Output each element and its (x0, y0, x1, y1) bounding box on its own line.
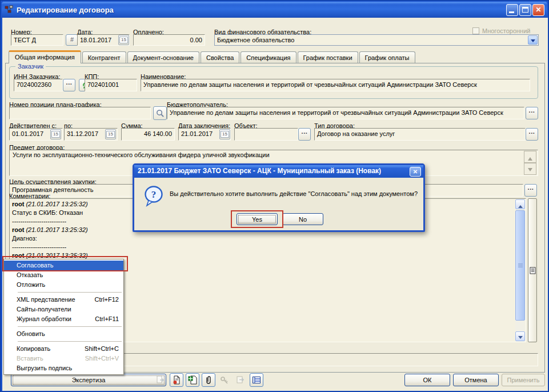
minimize-button[interactable] (506, 4, 518, 16)
menu-item-label: Согласовать (17, 261, 53, 270)
yes-button[interactable]: Yes (237, 213, 278, 225)
comments-side-button[interactable] (528, 198, 537, 342)
plan-position-field[interactable] (9, 107, 151, 119)
title-bar[interactable]: Редактирование договора ✕ (2, 2, 547, 18)
scrollbar-thumb[interactable] (515, 210, 525, 321)
date-calendar-button[interactable]: 15 (118, 35, 129, 45)
menu-item-shortcut: Shift+Ctrl+C (85, 344, 119, 354)
calendar-icon: 15 (51, 131, 60, 138)
menu-item[interactable]: Журнал обработкиCtrl+F11 (4, 314, 123, 324)
scroll-down-icon[interactable] (515, 331, 525, 341)
export-document-icon (156, 375, 165, 385)
tab-1[interactable]: Общая информация (9, 50, 81, 63)
scroll-up-icon[interactable] (524, 151, 536, 163)
tab-4[interactable]: Свойства (201, 51, 239, 63)
menu-separator (18, 341, 122, 342)
chevron-down-icon[interactable] (528, 35, 538, 45)
expertise-button[interactable]: Экспертиза (11, 374, 166, 386)
ellipsis-icon: ··· (529, 130, 535, 137)
close-icon: ✕ (535, 6, 541, 14)
question-icon: ? (143, 186, 164, 207)
stamped-document-button[interactable] (170, 373, 183, 387)
inn-field[interactable]: 7024002360 (14, 79, 63, 91)
document-icon (530, 267, 536, 274)
table-view-button[interactable] (250, 373, 263, 387)
menu-separator (18, 326, 122, 327)
menu-item[interactable]: КопироватьShift+Ctrl+C (4, 344, 123, 354)
tab-3[interactable]: Документ-основание (127, 51, 199, 63)
multilateral-checkbox[interactable] (472, 27, 479, 34)
close-icon: ✕ (413, 169, 418, 175)
paid-field: 0.00 (133, 34, 205, 46)
scroll-up-icon[interactable] (515, 199, 525, 209)
menu-item[interactable]: XML представлениеCtrl+F12 (4, 295, 123, 305)
menu-item[interactable]: Выгрузить подпись (4, 363, 123, 373)
ellipsis-icon: ··· (529, 109, 535, 115)
comments-scrollbar[interactable] (515, 199, 525, 341)
contract-type-field[interactable]: Договор на оказание услуг (314, 128, 526, 141)
export-document-button[interactable] (154, 373, 167, 387)
fin-obligation-select[interactable]: Бюджетное обязательство (214, 34, 539, 46)
menu-item-shortcut: Shift+Ctrl+V (85, 354, 119, 363)
menu-item[interactable]: Обновить (4, 329, 123, 339)
inn-lookup-button[interactable]: ··· (63, 79, 75, 91)
dialog-message: Вы действительно хотите выполнить действ… (170, 190, 421, 197)
dialog-title-bar[interactable]: 21.01.2017 Бюджет ЗАТО Северск - АЦК - М… (134, 165, 423, 178)
amount-field: 46 140.00 (121, 128, 175, 141)
svg-text:?: ? (151, 189, 157, 200)
menu-item-label: Журнал обработки (17, 314, 71, 324)
maximize-button[interactable] (519, 4, 531, 16)
contract-type-lookup-button[interactable]: ··· (526, 128, 538, 141)
calendar-icon: 15 (221, 131, 229, 138)
menu-item-shortcut: Ctrl+F11 (95, 314, 119, 324)
window-title: Редактирование договора (17, 6, 505, 14)
valid-from-calendar-button[interactable]: 15 (50, 129, 61, 139)
close-button[interactable]: ✕ (532, 4, 544, 16)
comment-separator: -------------------------- (12, 243, 514, 251)
object-field[interactable] (234, 128, 298, 141)
subject-text: Услуги по эксплуатационно-технического о… (13, 151, 270, 158)
menu-item-label: Отложить (17, 280, 45, 290)
tab-2[interactable]: Контрагент (82, 51, 126, 63)
excel-export-button[interactable] (186, 373, 199, 387)
cancel-button[interactable]: Отмена (453, 374, 499, 386)
dialog-close-button[interactable]: ✕ (410, 167, 421, 177)
menu-item-label: XML представление (17, 295, 75, 305)
kpp-field: 702401001 (85, 79, 137, 91)
menu-item[interactable]: Согласовать (4, 261, 123, 270)
conclusion-calendar-button[interactable]: 15 (219, 129, 230, 139)
recipient-lookup-button[interactable]: ··· (526, 107, 538, 119)
object-lookup-button[interactable]: ··· (298, 128, 311, 141)
menu-item[interactable]: Отложить (4, 280, 123, 290)
paperclip-icon (204, 375, 213, 385)
ok-button[interactable]: ОК (404, 374, 450, 386)
attachments-button[interactable] (202, 373, 215, 387)
context-menu: СогласоватьОтказатьОтложитьXML представл… (3, 259, 124, 375)
purpose-lookup-button[interactable]: ··· (524, 184, 537, 197)
ellipsis-icon: ··· (66, 81, 73, 87)
tab-7[interactable]: График оплаты (359, 51, 415, 63)
menu-item-shortcut: Ctrl+F12 (95, 295, 119, 305)
tab-5[interactable]: Спецификация (241, 51, 296, 63)
menu-item: ВставитьShift+Ctrl+V (4, 354, 123, 363)
valid-to-calendar-button[interactable]: 15 (105, 129, 116, 139)
menu-item-label: Отказать (17, 270, 43, 280)
scroll-down-icon[interactable] (524, 163, 536, 175)
no-button[interactable]: No (282, 213, 323, 225)
menu-item[interactable]: Отказать (4, 270, 123, 280)
number-field[interactable]: ТЕСТ Д (11, 34, 63, 46)
forward-document-button[interactable] (234, 373, 247, 387)
key-icon (220, 375, 229, 385)
recipient-field: Управление по делам защиты населения и т… (167, 107, 524, 119)
apply-button[interactable]: Применить (502, 374, 545, 386)
tab-6[interactable]: График поставки (298, 51, 358, 63)
menu-item[interactable]: Сайты-получатели (4, 305, 123, 314)
number-hash-button[interactable]: # (66, 34, 78, 46)
plan-search-button[interactable] (153, 106, 167, 120)
comment-text: Диагноз: (12, 234, 514, 243)
sign-key-button[interactable] (218, 373, 231, 387)
menu-item-label: Выгрузить подпись (17, 363, 72, 373)
tab-bar: Общая информацияКонтрагентДокумент-основ… (9, 50, 415, 63)
app-window: Редактирование договора ✕ Номер: ТЕСТ Д … (0, 0, 549, 392)
ellipsis-icon: ··· (528, 186, 534, 193)
